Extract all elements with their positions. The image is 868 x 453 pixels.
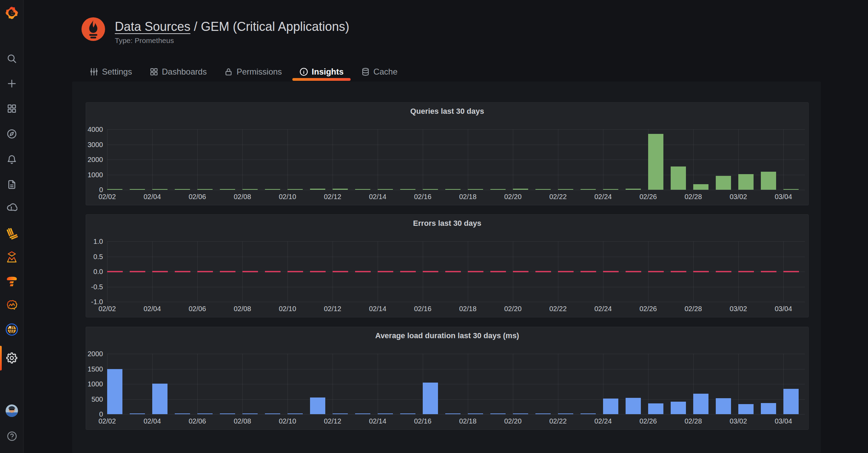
x-tick-label: 02/12 <box>315 417 350 425</box>
x-tick-label: 02/02 <box>90 193 124 201</box>
grid-line-v <box>513 129 513 190</box>
sidebar-item-profile[interactable] <box>0 404 24 418</box>
tab-label: Permissions <box>237 67 282 77</box>
chart-bar <box>581 189 596 190</box>
x-tick-label: 02/10 <box>270 193 305 201</box>
grafana-logo[interactable] <box>0 5 24 21</box>
chart-bar <box>468 189 483 190</box>
sidebar-item-search[interactable] <box>0 52 24 66</box>
chart-bar <box>558 413 573 414</box>
x-tick-label: 02/02 <box>90 417 124 425</box>
x-tick-label: 02/26 <box>631 305 665 313</box>
tab-settings[interactable]: Settings <box>83 65 139 78</box>
x-tick-label: 02/08 <box>225 305 260 313</box>
sidebar-item-alerting[interactable] <box>0 153 24 166</box>
tab-cache[interactable]: Cache <box>354 65 404 78</box>
chart-bar <box>603 189 618 190</box>
chart-bar <box>175 189 190 190</box>
search-icon <box>7 53 17 64</box>
x-tick-label: 02/04 <box>135 305 170 313</box>
chart-bar <box>468 413 483 414</box>
sidebar <box>0 0 24 453</box>
x-tick-label: 02/18 <box>450 193 485 201</box>
grid-line-h <box>107 414 805 414</box>
x-tick-label: 02/08 <box>225 417 260 425</box>
x-tick-label: 02/28 <box>676 305 711 313</box>
sidebar-item-ml-plugin[interactable] <box>0 298 24 312</box>
y-tick-label: 2000 <box>79 156 103 164</box>
x-tick-label: 02/14 <box>360 417 395 425</box>
chart-bar <box>513 189 528 190</box>
y-tick-label: 1000 <box>79 171 103 179</box>
x-tick-label: 02/08 <box>225 193 260 201</box>
sidebar-item-docs[interactable] <box>0 178 24 191</box>
chart-bar <box>287 413 303 414</box>
tempo-plugin-icon <box>5 274 18 288</box>
x-tick-label: 02/24 <box>586 417 620 425</box>
configuration-gear-icon <box>6 352 17 364</box>
tab-permissions[interactable]: Permissions <box>217 65 289 78</box>
chart-bar <box>130 413 145 414</box>
tab-insights[interactable]: Insights <box>292 65 351 78</box>
user-avatar <box>6 404 18 417</box>
sidebar-item-loki-plugin[interactable] <box>0 226 24 240</box>
sidebar-item-cloud-alerts[interactable] <box>0 201 24 215</box>
sidebar-item-create[interactable] <box>0 77 24 91</box>
chart-bar <box>107 189 122 190</box>
chart-bar <box>107 369 122 414</box>
sidebar-item-explore[interactable] <box>0 127 24 141</box>
grid-line-h <box>107 302 805 302</box>
tab-label: Insights <box>312 67 344 77</box>
chart-bar <box>783 389 799 414</box>
info-circle-icon <box>299 67 308 76</box>
y-tick-label: 500 <box>79 395 103 403</box>
chart-bar <box>265 413 280 414</box>
x-tick-label: 03/02 <box>721 193 756 201</box>
explore-compass-icon <box>7 129 17 139</box>
grid-line-v <box>468 129 468 190</box>
alerting-bell-icon <box>7 154 17 165</box>
sidebar-item-mimir-plugin[interactable] <box>0 250 24 264</box>
x-tick-label: 02/24 <box>586 305 620 313</box>
chart-bar <box>197 413 213 414</box>
panel-title: Queries last 30 days <box>86 107 808 116</box>
grid-line-v <box>468 354 468 414</box>
y-tick-label: 4000 <box>79 126 103 134</box>
grid-line-v <box>197 129 198 190</box>
y-tick-label: 0.5 <box>79 253 103 260</box>
x-tick-label: 02/06 <box>180 417 215 425</box>
sidebar-item-tempo-plugin[interactable] <box>0 274 24 288</box>
breadcrumb-link[interactable]: Data Sources <box>115 19 190 34</box>
chart-bar <box>423 383 438 414</box>
sidebar-item-configuration[interactable] <box>0 351 24 365</box>
chart-bar <box>310 189 325 190</box>
grid-line-h <box>107 369 805 369</box>
x-tick-label: 02/10 <box>270 417 305 425</box>
prometheus-logo-icon <box>81 17 105 41</box>
breadcrumb-separator: / <box>190 19 201 34</box>
chart-bar <box>378 413 393 414</box>
grid-line-h <box>107 175 805 175</box>
y-tick-label: 1.0 <box>79 238 103 246</box>
grid-line-v <box>423 129 423 190</box>
cloud-alert-icon <box>6 203 17 214</box>
x-tick-label: 02/04 <box>135 417 170 425</box>
grid-line-h <box>107 287 805 287</box>
lock-icon <box>224 67 233 76</box>
chart-bar <box>152 384 167 414</box>
chart-bar <box>558 189 573 190</box>
x-tick-label: 02/28 <box>676 193 711 201</box>
y-tick-label: 2000 <box>79 350 103 358</box>
database-icon <box>361 67 370 76</box>
grid-line-h <box>107 160 805 160</box>
x-tick-label: 02/14 <box>360 193 395 201</box>
breadcrumb-current: GEM (Critical Applications) <box>201 19 349 34</box>
x-tick-label: 03/02 <box>721 305 756 313</box>
chart-bar <box>671 166 686 190</box>
grafana-app: Data Sources / GEM (Critical Application… <box>0 0 868 453</box>
x-tick-label: 02/20 <box>496 417 530 425</box>
tab-dashboards[interactable]: Dashboards <box>143 65 214 78</box>
sidebar-item-dashboards[interactable] <box>0 102 24 116</box>
sidebar-item-worldmap-plugin[interactable] <box>0 323 24 336</box>
sidebar-item-help[interactable] <box>0 429 24 443</box>
